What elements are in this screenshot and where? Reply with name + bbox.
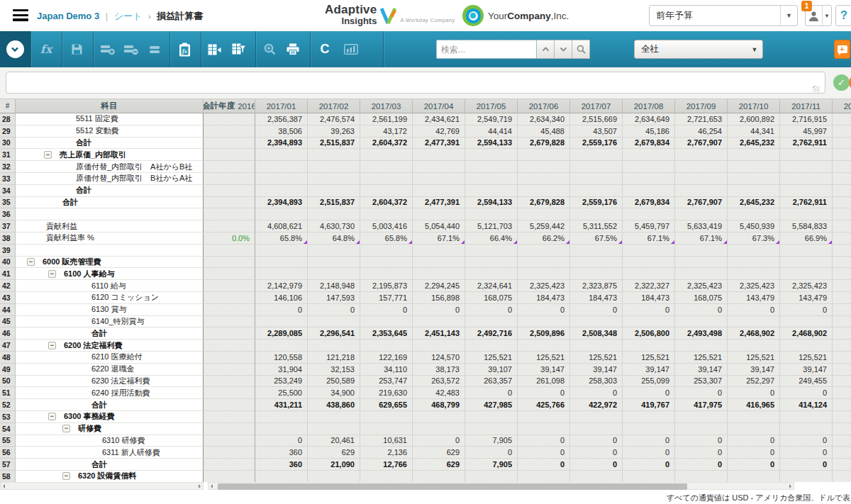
value-cell[interactable]: 629 [308, 447, 360, 459]
value-cell[interactable] [833, 268, 851, 280]
value-cell[interactable]: 0 [623, 459, 675, 471]
value-cell[interactable] [570, 471, 623, 482]
left-pane-scrollbar[interactable] [0, 482, 204, 490]
value-cell[interactable]: 2,356,387 [255, 113, 308, 125]
value-cell[interactable] [623, 173, 675, 185]
resize-grip-icon[interactable] [813, 86, 820, 92]
value-cell[interactable]: 0.0% [204, 233, 255, 245]
value-cell[interactable]: 0 [623, 447, 675, 459]
account-cell[interactable]: 原価付替_内部取引 A社からB社 [16, 161, 204, 173]
value-cell[interactable]: 0 [465, 447, 518, 459]
value-cell[interactable] [623, 185, 675, 197]
value-cell[interactable] [780, 149, 833, 161]
value-cell[interactable] [728, 411, 780, 423]
account-cell[interactable]: 6310 研修費 [16, 435, 204, 447]
value-cell[interactable]: 168,075 [675, 292, 728, 304]
account-cell[interactable]: 貢献利益率 % [16, 233, 204, 245]
value-cell[interactable] [833, 364, 851, 376]
value-cell[interactable] [255, 411, 308, 423]
value-cell[interactable] [360, 208, 413, 220]
account-cell[interactable]: 6210 医療給付 [16, 352, 204, 364]
value-cell[interactable]: 34,900 [308, 387, 360, 399]
value-cell[interactable]: 39,147 [623, 364, 675, 376]
value-cell[interactable]: 2,645,232 [728, 197, 780, 209]
value-cell[interactable] [728, 161, 780, 173]
value-cell[interactable] [204, 399, 255, 411]
value-cell[interactable]: 120,558 [255, 352, 308, 364]
value-cell[interactable]: 39,147 [518, 364, 570, 376]
value-cell[interactable] [570, 161, 623, 173]
value-cell[interactable]: 7,905 [465, 459, 518, 471]
value-cell[interactable]: 5,633,419 [675, 220, 728, 233]
value-cell[interactable]: 263,357 [465, 376, 518, 388]
value-cell[interactable] [728, 245, 780, 257]
value-cell[interactable]: 2,721,653 [675, 113, 728, 125]
value-cell[interactable]: 39,263 [308, 125, 360, 138]
value-cell[interactable]: 2,716,915 [780, 113, 833, 125]
value-cell[interactable] [623, 316, 675, 328]
value-cell[interactable] [728, 471, 780, 482]
value-cell[interactable]: 2,468,902 [780, 327, 833, 340]
value-cell[interactable]: 2,767,907 [675, 138, 728, 150]
scrollbar-thumb[interactable] [218, 483, 687, 490]
value-cell[interactable]: 34,110 [360, 364, 413, 376]
value-cell[interactable]: 2,767,907 [675, 197, 728, 209]
value-cell[interactable] [308, 268, 360, 280]
value-cell[interactable] [675, 185, 728, 197]
confirm-button[interactable]: ✓ [833, 74, 850, 91]
account-cell[interactable]: 合計 [16, 459, 204, 471]
value-cell[interactable] [413, 423, 465, 435]
note-indicator-icon[interactable] [723, 240, 727, 244]
value-cell[interactable] [780, 257, 833, 269]
value-cell[interactable]: 2,634,340 [518, 113, 570, 125]
value-cell[interactable]: 44,341 [728, 125, 780, 138]
value-cell[interactable] [360, 149, 413, 161]
value-cell[interactable] [255, 268, 308, 280]
scroll-right-icon[interactable] [199, 484, 201, 488]
value-cell[interactable]: 416,965 [728, 399, 780, 411]
value-cell[interactable]: 143,479 [780, 292, 833, 304]
collapse-row-icon[interactable]: − [27, 258, 35, 266]
value-cell[interactable]: 4,630,730 [308, 220, 360, 233]
value-cell[interactable] [833, 125, 851, 138]
value-cell[interactable] [360, 245, 413, 257]
value-cell[interactable]: 39,107 [465, 364, 518, 376]
value-cell[interactable] [570, 245, 623, 257]
value-cell[interactable]: 0 [623, 387, 675, 399]
value-cell[interactable]: 2,323,875 [570, 280, 623, 292]
value-cell[interactable] [623, 423, 675, 435]
search-input[interactable] [436, 40, 537, 59]
value-cell[interactable] [780, 208, 833, 220]
value-cell[interactable]: 0 [413, 435, 465, 447]
value-cell[interactable] [675, 257, 728, 269]
value-cell[interactable] [360, 161, 413, 173]
value-cell[interactable]: 7,905 [465, 435, 518, 447]
value-cell[interactable]: 64.8% [308, 233, 360, 245]
value-cell[interactable] [570, 185, 623, 197]
value-cell[interactable]: 219,630 [360, 387, 413, 399]
value-cell[interactable]: 2,679,834 [623, 197, 675, 209]
value-cell[interactable] [413, 340, 465, 352]
collapse-row-icon[interactable]: − [44, 151, 52, 159]
value-cell[interactable] [308, 149, 360, 161]
value-cell[interactable] [623, 411, 675, 423]
value-cell[interactable] [465, 316, 518, 328]
value-cell[interactable]: 67.1% [413, 233, 465, 245]
collapse-row-icon[interactable]: − [62, 425, 70, 432]
value-cell[interactable]: 67.3% [728, 233, 780, 245]
value-cell[interactable] [833, 471, 851, 482]
value-cell[interactable]: 0 [675, 387, 728, 399]
value-cell[interactable] [360, 411, 413, 423]
value-cell[interactable]: 0 [623, 435, 675, 447]
note-indicator-icon[interactable] [671, 240, 674, 244]
value-cell[interactable]: 2,559,176 [570, 197, 623, 209]
value-cell[interactable] [465, 257, 518, 269]
value-cell[interactable]: 2,594,133 [465, 197, 518, 209]
value-cell[interactable]: 0 [518, 435, 570, 447]
value-cell[interactable] [780, 245, 833, 257]
value-cell[interactable] [413, 268, 465, 280]
value-cell[interactable] [204, 138, 255, 150]
value-cell[interactable] [255, 423, 308, 435]
value-cell[interactable] [204, 173, 255, 185]
value-cell[interactable]: 43,507 [570, 125, 623, 138]
